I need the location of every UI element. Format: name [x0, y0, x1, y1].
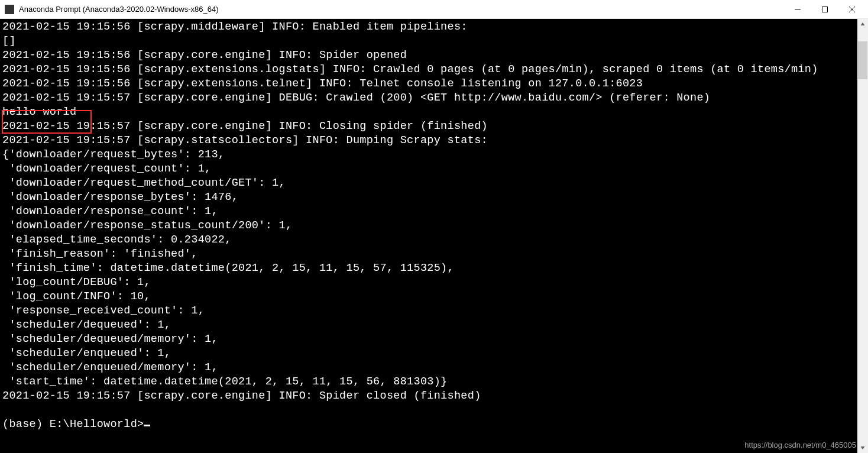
terminal-line: 'scheduler/dequeued/memory': 1,: [2, 332, 857, 347]
terminal-line: 'downloader/response_count': 1,: [2, 205, 857, 219]
terminal-line: 'downloader/response_status_count/200': …: [2, 219, 857, 233]
close-icon: [849, 7, 855, 12]
app-icon: [5, 5, 14, 14]
minimize-icon: [795, 7, 801, 12]
terminal-line: []: [2, 34, 857, 48]
watermark-text: https://blog.csdn.net/m0_465005: [744, 441, 856, 449]
terminal-line: 2021-02-15 19:15:56 [scrapy.middleware] …: [2, 20, 857, 34]
terminal-line: 'downloader/request_method_count/GET': 1…: [2, 176, 857, 190]
terminal-line: 'elapsed_time_seconds': 0.234022,: [2, 233, 857, 247]
terminal-line: 2021-02-15 19:15:56 [scrapy.core.engine]…: [2, 48, 857, 63]
svg-rect-1: [822, 7, 828, 12]
terminal-line: 'response_received_count': 1,: [2, 304, 857, 318]
maximize-icon: [822, 7, 828, 12]
terminal-line: 2021-02-15 19:15:56 [scrapy.extensions.l…: [2, 63, 857, 77]
scroll-up-button[interactable]: [857, 19, 868, 30]
terminal-line: 'downloader/response_bytes': 1476,: [2, 190, 857, 205]
terminal-line: {'downloader/request_bytes': 213,: [2, 148, 857, 162]
terminal-line: [2, 403, 857, 418]
terminal-line: 'scheduler/enqueued/memory': 1,: [2, 361, 857, 375]
window-title: Anaconda Prompt (Anaconda3-2020.02-Windo…: [19, 5, 784, 14]
terminal-line: 'scheduler/enqueued': 1,: [2, 347, 857, 361]
terminal-line: 'downloader/request_count': 1,: [2, 162, 857, 176]
window-controls: [784, 1, 866, 18]
terminal-line: 'log_count/DEBUG': 1,: [2, 276, 857, 290]
vertical-scrollbar[interactable]: [857, 19, 868, 453]
terminal-line: (base) E:\Helloworld>: [2, 418, 857, 432]
chevron-down-icon: [860, 445, 865, 450]
terminal-line: 2021-02-15 19:15:57 [scrapy.core.engine]…: [2, 91, 857, 105]
terminal-line: 2021-02-15 19:15:57 [scrapy.core.engine]…: [2, 119, 857, 134]
scroll-thumb[interactable]: [858, 41, 867, 79]
close-button[interactable]: [838, 1, 866, 18]
terminal-line: 'log_count/INFO': 10,: [2, 290, 857, 304]
chevron-up-icon: [860, 22, 865, 27]
maximize-button[interactable]: [811, 1, 838, 18]
terminal-output[interactable]: 2021-02-15 19:15:56 [scrapy.middleware] …: [0, 19, 857, 453]
terminal-line: 'start_time': datetime.datetime(2021, 2,…: [2, 375, 857, 389]
terminal-line: 'finish_reason': 'finished',: [2, 247, 857, 261]
terminal-line: 2021-02-15 19:15:57 [scrapy.core.engine]…: [2, 389, 857, 403]
terminal-line: 2021-02-15 19:15:57 [scrapy.statscollect…: [2, 134, 857, 148]
scroll-down-button[interactable]: [857, 442, 868, 453]
terminal-cursor: [144, 425, 150, 426]
window-titlebar: Anaconda Prompt (Anaconda3-2020.02-Windo…: [0, 0, 868, 19]
terminal-line: 'scheduler/dequeued': 1,: [2, 318, 857, 332]
svg-marker-5: [861, 446, 865, 449]
svg-marker-4: [861, 22, 865, 25]
terminal-line: 'finish_time': datetime.datetime(2021, 2…: [2, 261, 857, 276]
terminal-line: hello world: [2, 105, 857, 119]
terminal-container: 2021-02-15 19:15:56 [scrapy.middleware] …: [0, 19, 868, 453]
minimize-button[interactable]: [784, 1, 811, 18]
terminal-line: 2021-02-15 19:15:56 [scrapy.extensions.t…: [2, 77, 857, 91]
